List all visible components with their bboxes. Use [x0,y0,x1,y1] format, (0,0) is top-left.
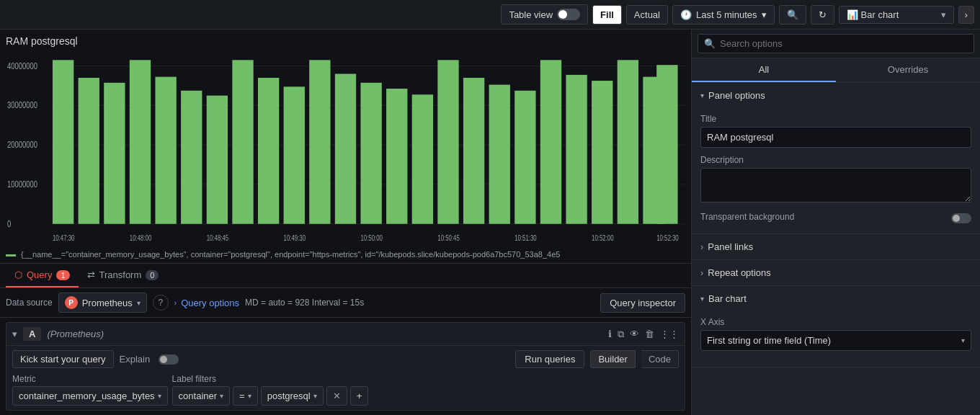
title-input[interactable] [700,127,971,148]
description-input[interactable] [700,168,971,202]
builder-button[interactable]: Builder [590,350,635,368]
query-visibility-icon[interactable]: 👁 [630,329,639,339]
svg-rect-26 [463,78,484,224]
svg-rect-20 [309,60,330,223]
transparent-bg-toggle[interactable] [951,213,971,223]
help-button[interactable]: ? [153,295,169,311]
filter-val-select[interactable]: postgresql ▾ [261,386,324,406]
panel-links-row[interactable]: › Panel links [692,234,980,260]
query-actions: ℹ ⧉ 👁 🗑 ⋮⋮ [608,329,679,340]
panel-links-label: Panel links [708,241,753,252]
tab-transform[interactable]: ⇄ Transform 0 [79,264,168,287]
transform-tab-badge: 0 [146,270,159,280]
filter-op-value: = [239,391,245,401]
bar-chart-header[interactable]: ▾ Bar chart [692,286,980,311]
panel-links-chevron: › [700,241,703,252]
query-item-a: ▾ A (Prometheus) ℹ ⧉ 👁 🗑 ⋮⋮ Kick start y… [6,322,685,411]
svg-rect-32 [618,60,638,223]
table-view-label: Table view [509,9,553,20]
actual-button[interactable]: Actual [626,5,668,24]
run-queries-button[interactable]: Run queries [515,350,584,368]
repeat-options-chevron: › [700,267,703,278]
svg-rect-10 [53,60,74,223]
bar-chart-svg: 40000000 30000000 20000000 10000000 0 [6,51,685,249]
search-options-input[interactable] [720,38,968,49]
x-axis-chevron: ▾ [961,336,965,344]
tab-query[interactable]: ⬡ Query 1 [6,264,79,287]
panel-options-header[interactable]: ▾ Panel options [692,83,980,108]
svg-rect-24 [412,94,433,223]
svg-text:20000000: 20000000 [7,140,37,149]
refresh-button[interactable]: ↻ [811,5,834,24]
query-drag-icon[interactable]: ⋮⋮ [660,329,679,339]
svg-rect-28 [514,91,535,224]
chart-inner: 40000000 30000000 20000000 10000000 0 [6,51,685,260]
panel-nav-right[interactable]: › [958,6,974,24]
datasource-select[interactable]: P Prometheus ▾ [58,293,147,313]
query-delete-icon[interactable]: 🗑 [645,329,654,339]
x-axis-label: X Axis [700,317,971,327]
query-section: ⬡ Query 1 ⇄ Transform 0 Data source P Pr… [0,263,691,415]
fill-button[interactable]: Fill [592,5,622,24]
filter-key-value: container [179,391,217,401]
filter-op-select[interactable]: = ▾ [233,386,258,406]
query-collapse-icon[interactable]: ▾ [12,329,17,339]
datasource-label: Data source [6,298,53,308]
add-filter-button[interactable]: + [350,386,369,406]
metric-field-group: Metric container_memory_usage_bytes ▾ [12,374,168,406]
search-options-wrapper[interactable]: 🔍 [698,34,974,53]
filter-key-select[interactable]: container ▾ [172,386,230,406]
prometheus-icon: P [65,296,78,309]
table-view-button[interactable]: Table view [501,4,588,24]
bar-chart-icon: 📊 [847,9,858,20]
query-options-info: MD = auto = 928 Interval = 15s [245,298,364,308]
query-datasource-row: Data source P Prometheus ▾ ? › Query opt… [0,288,691,318]
panel-options-chevron: ▾ [700,92,704,99]
query-tabs: ⬡ Query 1 ⇄ Transform 0 [0,264,691,288]
repeat-options-row[interactable]: › Repeat options [692,260,980,286]
label-filters-label: Label filters [172,374,369,384]
bar-chart-section: ▾ Bar chart X Axis First string or time … [692,286,980,367]
tab-overrides[interactable]: Overrides [836,58,980,82]
query-fields-row: Metric container_memory_usage_bytes ▾ La… [12,374,679,406]
explain-toggle[interactable] [159,354,179,365]
x-axis-select[interactable]: First string or time field (Time) ▾ [700,330,971,351]
code-button[interactable]: Code [641,350,679,368]
svg-text:10:52:30: 10:52:30 [656,234,679,242]
panel-type-selector[interactable]: 📊 Bar chart ▾ [839,6,954,24]
query-info-icon[interactable]: ℹ [608,329,612,339]
top-toolbar: Table view Fill Actual 🕐 Last 5 minutes … [0,0,980,30]
svg-rect-27 [489,85,510,224]
label-filters-group: Label filters container ▾ = ▾ [172,374,369,406]
metric-arrow: ▾ [158,392,161,400]
query-copy-icon[interactable]: ⧉ [618,329,624,340]
query-options-button[interactable]: › Query options [174,298,239,308]
svg-text:0: 0 [7,219,11,228]
bar-chart-body: X Axis First string or time field (Time)… [692,311,980,367]
table-view-toggle[interactable] [557,9,580,20]
filter-val-value: postgresql [267,391,311,401]
metric-select[interactable]: container_memory_usage_bytes ▾ [12,386,168,406]
tab-all[interactable]: All [692,58,836,82]
query-inspector-button[interactable]: Query inspector [600,293,685,313]
transparent-bg-row: Transparent background [700,212,971,225]
panel-type-label: Bar chart [861,9,938,20]
chevron-down-icon3: ▾ [137,299,141,307]
transparent-bg-label: Transparent background [700,212,794,222]
filter-key-arrow: ▾ [220,392,223,400]
time-range-button[interactable]: 🕐 Last 5 minutes ▾ [672,5,775,24]
right-panel-body: ▾ Panel options Title Description Transp… [692,83,980,415]
query-options-label: Query options [181,298,239,308]
svg-rect-29 [540,60,561,223]
svg-rect-11 [79,78,99,224]
title-label: Title [700,114,971,124]
svg-text:30000000: 30000000 [7,100,37,110]
zoom-out-button[interactable]: 🔍 [779,5,806,24]
kick-start-button[interactable]: Kick start your query [12,350,114,368]
svg-text:40000000: 40000000 [7,61,37,70]
remove-filter-button[interactable]: ✕ [326,386,347,406]
svg-rect-15 [181,91,202,224]
explain-label: Explain [120,354,151,365]
filter-val-arrow: ▾ [313,392,317,400]
left-panel: RAM postgresql 40000000 30000000 2000000… [0,30,692,415]
